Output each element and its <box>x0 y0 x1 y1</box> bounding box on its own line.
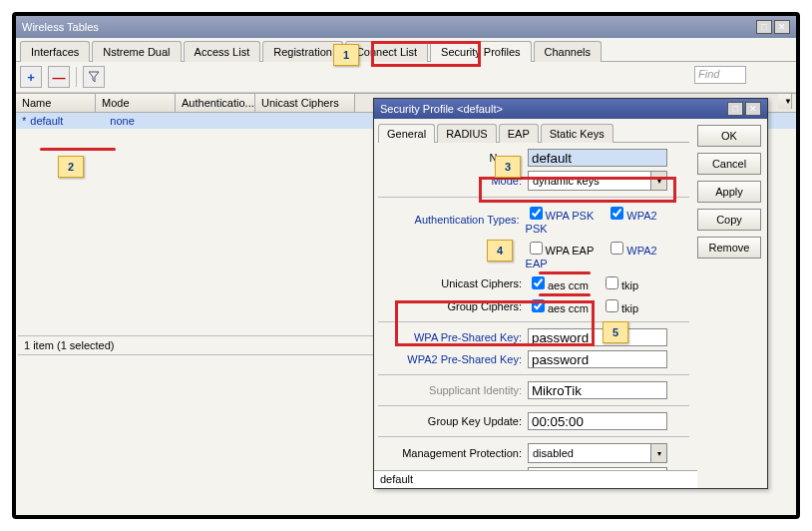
supplicant-input[interactable] <box>528 381 667 399</box>
chk-wpa-psk[interactable] <box>530 207 543 220</box>
parent-titlebar: Wireless Tables □ ✕ <box>16 16 796 38</box>
mode-value: dynamic keys <box>529 174 650 188</box>
mode-select[interactable]: dynamic keys ▾ <box>528 171 667 191</box>
lbl-grp-tkip: tkip <box>621 302 638 314</box>
remove-button[interactable]: — <box>48 66 70 88</box>
tab-interfaces[interactable]: Interfaces <box>20 41 90 62</box>
row-marker: * <box>22 115 26 127</box>
annotation-underline-grp <box>539 293 591 296</box>
dialog-tabs: General RADIUS EAP Static Keys <box>378 123 689 143</box>
name-input[interactable] <box>528 149 667 167</box>
dialog-buttons: OK Cancel Apply Copy Remove <box>697 119 767 488</box>
gku-input[interactable] <box>528 412 667 430</box>
copy-button[interactable]: Copy <box>697 209 761 231</box>
add-button[interactable]: + <box>20 66 42 88</box>
chevron-down-icon[interactable]: ▾ <box>650 172 666 190</box>
label-supplicant: Supplicant Identity: <box>378 384 528 396</box>
col-unicast[interactable]: Unicast Ciphers <box>255 94 355 112</box>
col-name[interactable]: Name <box>16 94 96 112</box>
dialog-title: Security Profile <default> <box>380 103 503 115</box>
lbl-uni-aes: aes ccm <box>548 279 589 291</box>
lbl-uni-tkip: tkip <box>621 279 638 291</box>
label-group: Group Ciphers: <box>378 300 528 312</box>
wpa-psk-input[interactable] <box>528 328 667 346</box>
dialog-titlebar: Security Profile <default> □ ✕ <box>374 99 767 119</box>
dialog-maximize-icon[interactable]: □ <box>727 102 743 116</box>
chk-wpa2-eap[interactable] <box>610 242 623 255</box>
ok-button[interactable]: OK <box>697 125 761 147</box>
parent-tabs: Interfaces Nstreme Dual Access List Regi… <box>16 38 796 62</box>
dialog-window-controls: □ ✕ <box>727 102 761 116</box>
callout-4: 4 <box>487 240 513 262</box>
chk-grp-tkip[interactable] <box>606 299 618 312</box>
row-mode: none <box>110 115 190 127</box>
chevron-down-icon[interactable]: ▾ <box>650 444 666 462</box>
wpa2-psk-input[interactable] <box>528 350 667 368</box>
callout-1: 1 <box>333 44 359 66</box>
dialog-tab-general[interactable]: General <box>378 124 435 143</box>
callout-3: 3 <box>495 156 521 178</box>
status-bar: 1 item (1 selected) <box>18 335 373 355</box>
tab-access-list[interactable]: Access List <box>184 41 261 62</box>
parent-toolbar: + — <box>16 62 796 93</box>
tab-nstreme[interactable]: Nstreme Dual <box>92 41 181 62</box>
col-auth[interactable]: Authenticatio... <box>176 94 255 112</box>
chk-uni-aes[interactable] <box>532 276 545 289</box>
dialog-footer: default <box>374 470 697 488</box>
chk-uni-tkip[interactable] <box>606 276 618 289</box>
dialog-tab-eap[interactable]: EAP <box>499 124 539 143</box>
tab-channels[interactable]: Channels <box>534 41 602 62</box>
maximize-icon[interactable]: □ <box>756 20 772 34</box>
dialog-tab-radius[interactable]: RADIUS <box>437 124 497 143</box>
callout-2: 2 <box>58 156 84 178</box>
parent-window-controls: □ ✕ <box>756 20 790 34</box>
dialog-close-icon[interactable]: ✕ <box>745 102 761 116</box>
parent-window: Wireless Tables □ ✕ Interfaces Nstreme D… <box>12 12 800 519</box>
label-wpa-psk: WPA Pre-Shared Key: <box>378 331 528 343</box>
cancel-button[interactable]: Cancel <box>697 153 761 175</box>
annotation-underline-uni <box>539 271 591 274</box>
remove-button[interactable]: Remove <box>697 237 761 259</box>
close-icon[interactable]: ✕ <box>774 20 790 34</box>
label-unicast: Unicast Ciphers: <box>378 277 528 289</box>
col-mode[interactable]: Mode <box>96 94 176 112</box>
label-gku: Group Key Update: <box>378 415 528 427</box>
funnel-icon <box>88 71 100 83</box>
chk-grp-aes[interactable] <box>532 299 545 312</box>
label-mprot: Management Protection: <box>378 447 528 459</box>
tab-registration[interactable]: Registration <box>262 41 343 62</box>
dialog-tab-static-keys[interactable]: Static Keys <box>541 124 613 143</box>
tab-security-profiles[interactable]: Security Profiles <box>430 41 531 62</box>
callout-5: 5 <box>603 321 628 343</box>
col-overflow[interactable]: ▼ <box>778 94 792 109</box>
lbl-wpa-psk: WPA PSK <box>546 210 595 222</box>
label-wpa2-psk: WPA2 Pre-Shared Key: <box>378 353 528 365</box>
filter-button[interactable] <box>83 66 105 88</box>
mprot-value: disabled <box>529 446 650 460</box>
find-input[interactable]: Find <box>694 66 746 84</box>
mprot-select[interactable]: disabled ▾ <box>528 443 667 463</box>
label-auth-types: Authentication Types: <box>378 214 526 226</box>
apply-button[interactable]: Apply <box>697 181 761 203</box>
annotation-underline-row <box>40 148 116 151</box>
chk-wpa-eap[interactable] <box>530 242 543 255</box>
parent-title: Wireless Tables <box>22 21 99 33</box>
lbl-wpa-eap: WPA EAP <box>546 245 595 257</box>
chk-wpa2-psk[interactable] <box>610 207 623 220</box>
row-name: default <box>30 115 110 127</box>
lbl-grp-aes: aes ccm <box>548 302 589 314</box>
